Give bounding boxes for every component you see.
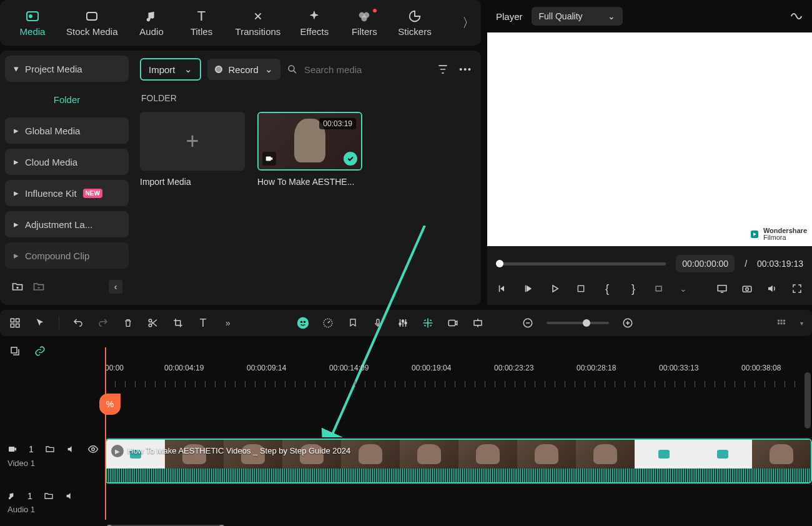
sidebar-influence-kit[interactable]: ▸ Influence Kit NEW: [5, 180, 129, 206]
caret-right-icon: ▸: [14, 125, 19, 136]
redo-icon[interactable]: [97, 317, 109, 329]
video-type-icon: [262, 152, 276, 166]
record-button[interactable]: Record ⌄: [207, 59, 280, 80]
svg-rect-37: [783, 320, 785, 322]
tab-stickers[interactable]: Stickers: [389, 4, 440, 42]
svg-rect-10: [499, 285, 500, 292]
mute-icon[interactable]: [65, 491, 75, 501]
marker-icon[interactable]: [347, 317, 359, 329]
clip-title: How To Make AESTHETIC Videos _ Step by S…: [127, 446, 350, 455]
tab-media[interactable]: Media: [7, 4, 57, 42]
undo-icon[interactable]: [72, 317, 84, 329]
sidebar-adjustment-layer[interactable]: ▸ Adjustment La...: [5, 211, 129, 237]
render-icon[interactable]: [447, 317, 459, 329]
quality-select[interactable]: Full Quality ⌄: [532, 7, 623, 26]
zoom-out-icon[interactable]: [522, 317, 534, 329]
audio-icon: [144, 9, 159, 24]
delete-folder-icon[interactable]: [32, 280, 45, 293]
sidebar-compound-clip[interactable]: ▸ Compound Clip: [5, 242, 129, 269]
svg-point-16: [746, 288, 749, 291]
tab-filters[interactable]: Filters: [339, 4, 389, 42]
prev-frame-icon[interactable]: [496, 282, 508, 295]
tab-effects[interactable]: Effects: [289, 4, 339, 42]
svg-rect-32: [474, 320, 482, 325]
mark-out-icon[interactable]: }: [627, 282, 640, 295]
tabs-overflow-icon[interactable]: 〉: [462, 14, 475, 31]
sidebar-folder[interactable]: Folder: [5, 87, 129, 112]
speed-icon[interactable]: [322, 317, 334, 329]
display-icon[interactable]: [716, 282, 728, 295]
keyframe-icon[interactable]: [472, 317, 484, 329]
chevron-down-icon[interactable]: ▾: [800, 320, 803, 327]
track-view-icon[interactable]: [775, 317, 788, 329]
play-prev-icon[interactable]: [522, 282, 535, 295]
tab-audio[interactable]: Audio: [127, 4, 177, 42]
lock-icon[interactable]: [45, 444, 55, 454]
duration-badge: 00:03:19: [319, 118, 356, 129]
player-viewport[interactable]: WondershareFilmora: [487, 32, 812, 246]
more-tools-icon[interactable]: »: [222, 317, 234, 329]
tab-titles[interactable]: T Titles: [177, 4, 227, 42]
new-badge: NEW: [83, 189, 102, 198]
timeline-ruler[interactable]: 00:00 00:00:04:19 00:00:09:14 00:00:14:0…: [0, 364, 812, 387]
video-clip[interactable]: ▶ How To Make AESTHETIC Videos _ Step by…: [105, 439, 812, 484]
delete-icon[interactable]: [122, 317, 134, 329]
stop-icon[interactable]: [575, 282, 587, 295]
new-folder-icon[interactable]: [11, 280, 24, 293]
import-button[interactable]: Import ⌄: [140, 58, 201, 81]
tab-stock-media[interactable]: Stock Media: [57, 4, 127, 42]
svg-rect-40: [783, 322, 785, 324]
tab-transitions[interactable]: Transitions: [227, 4, 290, 42]
snapshot-icon[interactable]: [741, 282, 753, 295]
crop-icon[interactable]: [172, 317, 184, 329]
playhead-handle[interactable]: %: [99, 394, 121, 415]
play-icon[interactable]: [548, 282, 561, 295]
visibility-icon[interactable]: [87, 444, 99, 455]
progress-thumb[interactable]: [496, 260, 503, 267]
add-track-icon[interactable]: [9, 345, 21, 357]
search-input[interactable]: [304, 64, 430, 75]
zoom-slider[interactable]: [547, 322, 609, 324]
collapse-sidebar-icon[interactable]: ‹: [109, 280, 122, 294]
text-icon[interactable]: T: [197, 317, 209, 329]
more-icon[interactable]: •••: [459, 64, 472, 74]
sidebar-cloud-media[interactable]: ▸ Cloud Media: [5, 149, 129, 175]
titles-icon: T: [194, 9, 209, 24]
ratio-icon[interactable]: [653, 282, 666, 295]
auto-reframe-icon[interactable]: [422, 317, 434, 329]
svg-rect-2: [87, 12, 97, 20]
import-media-card[interactable]: + Import Media: [140, 112, 245, 187]
svg-rect-19: [11, 324, 14, 327]
search-icon: [287, 64, 298, 75]
transitions-icon: [250, 9, 265, 24]
link-icon[interactable]: [34, 345, 46, 357]
ai-icon[interactable]: [297, 317, 309, 329]
fullscreen-icon[interactable]: [791, 282, 803, 295]
voiceover-icon[interactable]: [372, 317, 384, 329]
filter-icon[interactable]: [437, 63, 449, 76]
playhead[interactable]: [105, 347, 106, 520]
split-icon[interactable]: [147, 317, 159, 329]
notification-dot-icon: [373, 9, 377, 12]
mark-in-icon[interactable]: {: [601, 282, 613, 295]
chevron-down-icon[interactable]: ⌄: [680, 284, 687, 294]
scopes-icon[interactable]: [790, 9, 803, 23]
clip-play-icon: ▶: [111, 445, 124, 457]
volume-icon[interactable]: [766, 282, 778, 295]
sidebar-global-media[interactable]: ▸ Global Media: [5, 117, 129, 144]
layout-icon[interactable]: [9, 317, 21, 329]
mixer-icon[interactable]: [397, 317, 409, 329]
lock-icon[interactable]: [44, 491, 54, 501]
svg-point-30: [405, 322, 407, 324]
media-toolbar: Import ⌄ Record ⌄ •••: [140, 58, 472, 81]
progress-bar[interactable]: [496, 262, 666, 265]
zoom-in-icon[interactable]: [621, 317, 634, 329]
sidebar-project-media[interactable]: ▾ Project Media: [5, 56, 129, 82]
effects-icon: [307, 9, 322, 24]
media-clip-card[interactable]: 00:03:19 How To Make AESTHE...: [257, 112, 362, 187]
cursor-icon[interactable]: [34, 317, 46, 329]
mute-icon[interactable]: [66, 444, 76, 454]
media-sidebar: ▾ Project Media Folder ▸ Global Media ▸ …: [0, 51, 131, 305]
zoom-thumb[interactable]: [583, 319, 590, 327]
timeline-v-scrollbar[interactable]: [805, 372, 811, 429]
